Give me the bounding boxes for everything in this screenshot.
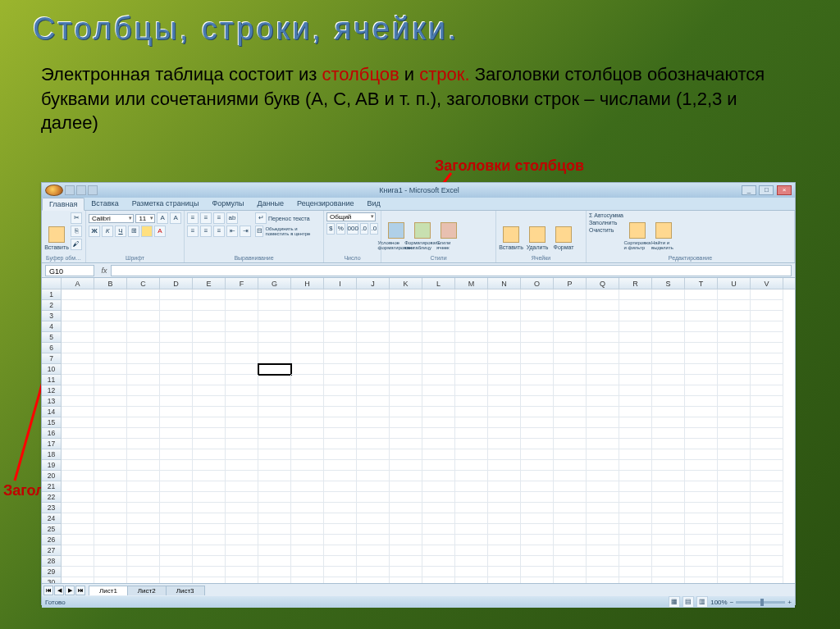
cell[interactable] <box>554 353 587 364</box>
cell[interactable] <box>357 492 390 503</box>
cell[interactable] <box>455 343 488 353</box>
row-header[interactable]: 12 <box>42 385 62 396</box>
row-header[interactable]: 26 <box>42 535 62 545</box>
cell[interactable] <box>160 513 193 524</box>
cell[interactable] <box>455 449 488 460</box>
cell[interactable] <box>488 449 521 460</box>
name-box[interactable]: G10 <box>45 265 94 276</box>
number-format-select[interactable]: Общий <box>326 212 376 221</box>
cell[interactable] <box>160 364 193 375</box>
cell[interactable] <box>291 396 324 407</box>
cell[interactable] <box>160 524 193 535</box>
cell[interactable] <box>422 385 455 396</box>
cell[interactable] <box>685 428 718 439</box>
cell[interactable] <box>619 492 652 503</box>
cell[interactable] <box>62 385 94 396</box>
row-header[interactable]: 29 <box>42 567 62 577</box>
cell[interactable] <box>127 300 160 311</box>
cell[interactable] <box>94 396 127 407</box>
row-header[interactable]: 1 <box>42 289 62 300</box>
cell[interactable] <box>160 492 193 503</box>
row-header[interactable]: 30 <box>42 577 62 583</box>
cell[interactable] <box>357 396 390 407</box>
cell[interactable] <box>62 481 94 492</box>
cell[interactable] <box>554 300 587 311</box>
cell[interactable] <box>751 545 783 556</box>
cell[interactable] <box>324 556 357 567</box>
cell[interactable] <box>619 407 652 417</box>
cell[interactable] <box>521 407 554 417</box>
cell[interactable] <box>258 321 291 332</box>
cell[interactable] <box>587 556 619 567</box>
cell[interactable] <box>94 513 127 524</box>
column-header[interactable]: J <box>357 278 390 289</box>
ribbon-tab[interactable]: Вставка <box>84 198 125 211</box>
cell[interactable] <box>324 332 357 343</box>
cell-styles-button[interactable]: Стили ячеек <box>436 212 461 250</box>
row-header[interactable]: 27 <box>42 545 62 556</box>
cell[interactable] <box>488 364 521 375</box>
cell[interactable] <box>652 353 685 364</box>
cell[interactable] <box>521 471 554 481</box>
cell[interactable] <box>226 321 258 332</box>
cell[interactable] <box>718 439 751 449</box>
cell[interactable] <box>258 417 291 428</box>
cell[interactable] <box>94 439 127 449</box>
cell[interactable] <box>652 375 685 385</box>
office-button[interactable] <box>45 185 63 196</box>
cell[interactable] <box>422 417 455 428</box>
align-middle-icon[interactable]: ≡ <box>200 212 212 224</box>
cell[interactable] <box>258 375 291 385</box>
cell[interactable] <box>127 343 160 353</box>
cell[interactable] <box>751 343 783 353</box>
cell[interactable] <box>652 300 685 311</box>
cell[interactable] <box>324 524 357 535</box>
cell[interactable] <box>258 343 291 353</box>
cell[interactable] <box>652 428 685 439</box>
cell[interactable] <box>422 513 455 524</box>
cell[interactable] <box>455 375 488 385</box>
cell[interactable] <box>587 385 619 396</box>
cell[interactable] <box>291 300 324 311</box>
align-bottom-icon[interactable]: ≡ <box>213 212 225 224</box>
cell[interactable] <box>455 567 488 577</box>
cell[interactable] <box>291 364 324 375</box>
cell[interactable] <box>127 492 160 503</box>
cell[interactable] <box>291 332 324 343</box>
align-center-icon[interactable]: ≡ <box>200 226 212 237</box>
merge-center-button[interactable]: ⊟Объединить и поместить в центре <box>255 226 321 237</box>
cell[interactable] <box>619 289 652 300</box>
cell[interactable] <box>422 332 455 343</box>
cell[interactable] <box>226 492 258 503</box>
cell[interactable] <box>521 577 554 583</box>
cell[interactable] <box>226 407 258 417</box>
cell[interactable] <box>193 556 226 567</box>
cell[interactable] <box>193 407 226 417</box>
cell[interactable] <box>357 524 390 535</box>
cell[interactable] <box>521 375 554 385</box>
row-header[interactable]: 25 <box>42 524 62 535</box>
cell[interactable] <box>587 439 619 449</box>
cell[interactable] <box>685 567 718 577</box>
row-header[interactable]: 19 <box>42 460 62 471</box>
cell[interactable] <box>324 289 357 300</box>
align-left-icon[interactable]: ≡ <box>187 226 199 237</box>
cell[interactable] <box>291 417 324 428</box>
align-top-icon[interactable]: ≡ <box>187 212 199 224</box>
cell[interactable] <box>455 524 488 535</box>
cell[interactable] <box>62 471 94 481</box>
cell[interactable] <box>324 481 357 492</box>
format-painter-icon[interactable]: 🖌 <box>71 239 82 250</box>
row-header[interactable]: 17 <box>42 439 62 449</box>
cell[interactable] <box>94 289 127 300</box>
cell[interactable] <box>488 428 521 439</box>
column-header[interactable]: E <box>193 278 226 289</box>
format-cells-button[interactable]: Формат <box>551 212 576 250</box>
cell[interactable] <box>226 503 258 513</box>
cell[interactable] <box>324 353 357 364</box>
cell[interactable] <box>422 439 455 449</box>
cell[interactable] <box>160 577 193 583</box>
cell[interactable] <box>226 524 258 535</box>
fx-icon[interactable]: fx <box>98 267 111 275</box>
cell[interactable] <box>390 375 422 385</box>
